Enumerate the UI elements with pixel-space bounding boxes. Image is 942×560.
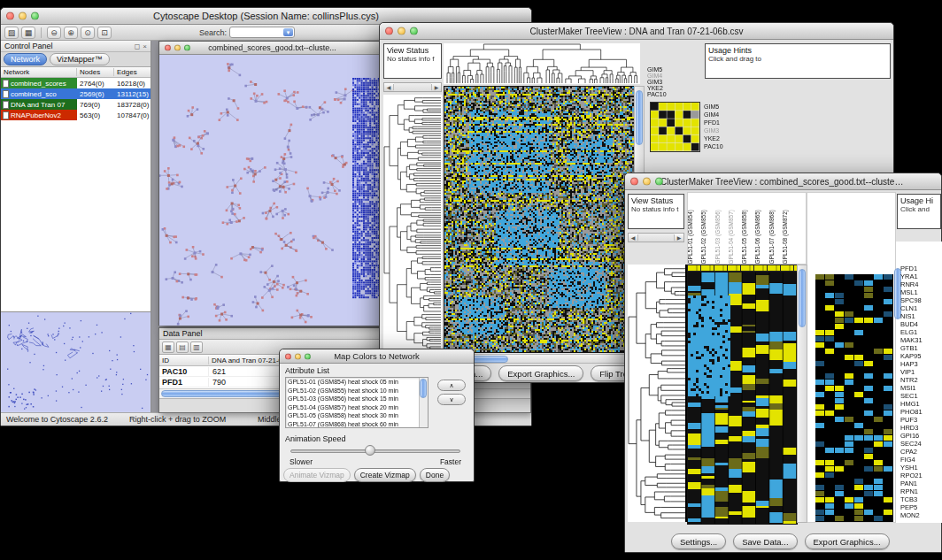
minimize-button[interactable] (398, 27, 405, 35)
gene-label[interactable]: PFD1 (704, 119, 723, 127)
attribute-list-item[interactable]: GPL51-04 (GSM857) heat shock 20 min (286, 403, 419, 412)
network-table-column-header[interactable]: Network (1, 68, 77, 76)
attribute-list-item[interactable]: GPL51-01 (GSM854) heat shock 05 min (286, 378, 419, 387)
network-view-canvas[interactable] (159, 55, 385, 326)
zoom-button[interactable] (184, 45, 190, 51)
network-name-cell[interactable]: combined_scores (1, 78, 77, 88)
treeview-dna-titlebar[interactable]: ClusterMaker TreeView : DNA and Tran 07-… (380, 23, 893, 40)
network-table-column-header[interactable]: Nodes (77, 68, 114, 76)
vscroll-thumb[interactable] (799, 269, 806, 327)
treeview-button[interactable]: Export Graphics... (498, 365, 583, 381)
gene-label[interactable]: SEC1 (900, 392, 941, 400)
gene-label[interactable]: GIM5 (647, 66, 667, 73)
zoom-out-icon[interactable]: ⊖ (47, 27, 61, 39)
scroll-track[interactable] (394, 83, 431, 91)
network-view-titlebar[interactable]: combined_scores_good.txt--cluste... (159, 42, 385, 55)
array-label[interactable]: GPL51-01 (GSM854) (687, 210, 700, 264)
network-list-row[interactable]: DNA and Tran 07 769(0) 183728(0) (1, 99, 151, 110)
scroll-right-icon[interactable]: ▶ (674, 234, 683, 241)
network-table-column-header[interactable]: Edges (114, 68, 151, 76)
attribute-list-item[interactable]: GPL51-03 (GSM856) heat shock 15 min (286, 395, 419, 403)
gene-label[interactable]: VIP1 (900, 368, 941, 376)
gene-label[interactable]: SEC24 (900, 440, 941, 448)
dialog-titlebar[interactable]: Map Colors to Network (280, 349, 474, 364)
slider-thumb[interactable] (365, 445, 375, 456)
array-label[interactable]: GPL51-03 (GSM856) (714, 210, 728, 264)
network-name-cell[interactable]: RNAPuberNov2 (1, 110, 77, 120)
gene-label[interactable]: PFD1 (900, 265, 941, 272)
close-button[interactable] (165, 45, 171, 51)
zoom-heatmap[interactable] (815, 274, 893, 522)
gene-label[interactable]: PHO81 (900, 408, 941, 416)
treeview-button[interactable]: Save Data... (733, 533, 797, 549)
gene-label[interactable]: HMG1 (900, 400, 941, 408)
gene-label[interactable]: YKE2 (704, 134, 723, 142)
gene-label[interactable]: SPC98 (900, 296, 941, 304)
move-down-button[interactable]: ∨ (437, 394, 466, 405)
zoom-button[interactable] (655, 178, 663, 186)
zoom-button[interactable] (305, 353, 311, 359)
control-panel-tab[interactable]: VizMapper™ (50, 53, 110, 65)
zoom-fit-icon[interactable]: ⊙ (81, 27, 95, 39)
gene-label[interactable]: MSI1 (900, 384, 941, 392)
network-name-cell[interactable]: combined_sco (1, 88, 77, 99)
gene-label[interactable]: TCB3 (900, 495, 941, 503)
open-icon[interactable]: ▨ (4, 27, 19, 39)
heatmap[interactable] (687, 272, 798, 525)
vscroll-thumb[interactable] (420, 379, 427, 398)
zoom-in-icon[interactable]: ⊕ (64, 27, 78, 39)
network-name-cell[interactable]: DNA and Tran 07 (1, 99, 77, 110)
search-input[interactable]: ▼ (229, 27, 295, 38)
scroll-left-icon[interactable]: ◀ (629, 234, 638, 241)
gene-label[interactable]: YRA1 (900, 272, 941, 280)
gene-label[interactable]: MON2 (900, 511, 941, 519)
heatmap[interactable] (444, 86, 635, 353)
dialog-button[interactable]: Done (420, 468, 450, 482)
attribute-matrix-icon[interactable]: ▥ (190, 341, 203, 353)
attribute-column-header[interactable]: ID (159, 357, 209, 364)
dialog-button[interactable]: Animate Vizmap (283, 468, 351, 482)
row-dendrogram[interactable] (383, 95, 442, 351)
gene-label[interactable]: PUF3 (900, 416, 941, 424)
gene-label[interactable]: RPN1 (900, 487, 941, 495)
minimize-button[interactable] (174, 45, 181, 51)
vscroll-thumb[interactable] (636, 90, 643, 145)
gene-label[interactable]: FIG4 (900, 456, 941, 464)
gene-label[interactable]: NTR2 (900, 376, 941, 384)
scroll-left-icon[interactable]: ◀ (384, 84, 394, 90)
attribute-list-scrollbar[interactable] (419, 378, 428, 427)
array-label[interactable]: GPL51-07 (GSM868) (768, 210, 782, 264)
gene-label[interactable]: PEP5 (900, 503, 941, 511)
animation-speed-slider[interactable] (290, 449, 460, 453)
gene-label[interactable]: CLN1 (900, 304, 941, 312)
attribute-list[interactable]: GPL51-01 (GSM854) heat shock 05 minGPL51… (285, 377, 429, 428)
network-overview-panel[interactable] (1, 311, 151, 412)
gene-label[interactable]: GPI16 (900, 432, 941, 440)
gene-label[interactable]: GIM5 (704, 103, 723, 111)
gene-label[interactable]: RNR4 (900, 280, 941, 288)
gene-label[interactable]: BUD4 (900, 320, 941, 328)
network-list-row[interactable]: RNAPuberNov2 563(0) 107847(0) (1, 110, 151, 120)
attribute-list-item[interactable]: GPL51-07 (GSM868) heat shock 60 min (286, 420, 419, 429)
save-icon[interactable]: ▦ (21, 27, 35, 39)
minimize-button[interactable] (19, 12, 27, 20)
attribute-list-item[interactable]: GPL51-02 (GSM855) heat shock 10 min (286, 387, 419, 395)
gene-label[interactable]: PAN1 (900, 479, 941, 487)
minimize-button[interactable] (295, 353, 301, 359)
treeview-button[interactable]: Export Graphics... (805, 533, 890, 549)
network-overview-thumbnail[interactable] (1, 312, 150, 411)
create-attribute-icon[interactable]: ▤ (176, 341, 189, 353)
gene-label[interactable]: KAP95 (900, 352, 941, 360)
array-label[interactable]: GPL51-04 (GSM857) (728, 210, 741, 264)
zoom-button[interactable] (31, 12, 39, 20)
close-button[interactable] (385, 27, 393, 35)
move-up-button[interactable]: ∧ (437, 380, 466, 391)
heatmap-vscrollbar[interactable] (797, 265, 807, 523)
zoom-button[interactable] (410, 27, 418, 35)
array-label[interactable]: GPL51-02 (GSM855) (700, 210, 714, 264)
treeview-button[interactable]: Settings... (671, 533, 726, 549)
control-panel-tab[interactable]: Network (4, 53, 47, 65)
treeview-combined-titlebar[interactable]: ClusterMaker TreeView : combined_scores_… (625, 173, 941, 190)
column-dendrogram[interactable] (444, 43, 640, 84)
minimize-button[interactable] (643, 178, 651, 186)
